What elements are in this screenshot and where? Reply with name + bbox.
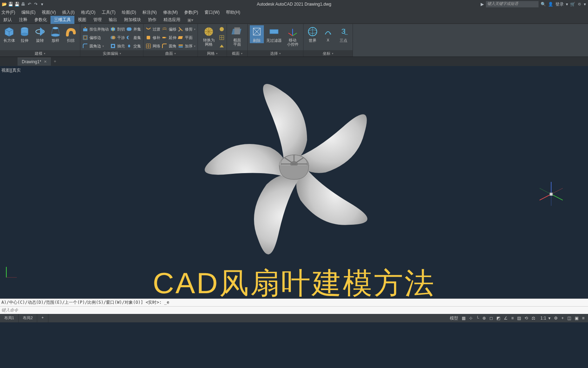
slice-button[interactable]: 剖切 bbox=[110, 25, 125, 33]
tab-manage[interactable]: 管理 bbox=[90, 16, 105, 24]
app-menu-icon[interactable]: ⛭ bbox=[577, 2, 582, 7]
extend-button[interactable]: 延伸 bbox=[162, 34, 176, 41]
viewport[interactable]: 视图][真实 bbox=[0, 66, 588, 298]
panel-title-section[interactable]: 截面 bbox=[227, 50, 247, 57]
login-label[interactable]: 登录 bbox=[555, 1, 564, 7]
status-gear-icon[interactable]: ⚙ bbox=[553, 315, 559, 321]
loft-button[interactable]: 放样 bbox=[48, 25, 62, 43]
search-icon[interactable]: 🔍 bbox=[541, 2, 546, 7]
offsetedge-button[interactable]: 偏移边 bbox=[82, 34, 109, 41]
x-axis-button[interactable]: X bbox=[321, 25, 335, 42]
extrude-button[interactable]: 拉伸 bbox=[18, 25, 32, 43]
trim-button[interactable]: 修剪▾ bbox=[178, 25, 195, 33]
movegizmo-button[interactable]: 移动 小控件 bbox=[284, 25, 301, 46]
search-input[interactable]: 键入关键字或短语 bbox=[486, 1, 539, 7]
tab-parametric[interactable]: 参数化 bbox=[31, 16, 51, 24]
tab-express[interactable]: 精选应用 bbox=[160, 16, 184, 24]
tab-view[interactable]: 视图 bbox=[74, 16, 90, 24]
shell-button[interactable]: 抽壳 bbox=[110, 42, 125, 50]
user-icon[interactable]: 👤 bbox=[548, 2, 553, 7]
status-polar-icon[interactable]: ⊕ bbox=[481, 315, 487, 321]
undo-icon[interactable]: ↶ bbox=[27, 1, 32, 7]
menu-edit[interactable]: 编辑(E) bbox=[21, 9, 35, 15]
menu-parametric[interactable]: 参数(P) bbox=[184, 9, 198, 15]
status-osnap-icon[interactable]: ◻ bbox=[488, 315, 494, 321]
menu-file[interactable]: 文件(F) bbox=[1, 9, 15, 15]
box-button[interactable]: 长方体 bbox=[2, 25, 16, 43]
cart-icon[interactable]: 🛒 bbox=[570, 2, 575, 7]
status-transparency-icon[interactable]: ▤ bbox=[516, 315, 522, 321]
surfoffset-button[interactable]: 偏移 bbox=[162, 25, 176, 33]
status-3dosnap-icon[interactable]: ◩ bbox=[495, 315, 502, 321]
tab-default[interactable]: 默认 bbox=[0, 16, 15, 24]
tab-more-icon[interactable]: ▣▾ bbox=[184, 17, 197, 24]
command-input[interactable]: 键入命令 bbox=[0, 306, 588, 314]
login-dropdown-icon[interactable]: ▾ bbox=[566, 2, 568, 7]
status-iso-icon[interactable]: ◫ bbox=[566, 315, 573, 321]
viewport-label[interactable]: 视图][真实 bbox=[1, 67, 21, 73]
menu-insert[interactable]: 插入(I) bbox=[62, 9, 74, 15]
redo-icon[interactable]: ↷ bbox=[33, 1, 39, 7]
panel-title-mesh[interactable]: 网格 bbox=[198, 50, 227, 57]
layout-tab-1[interactable]: 布局1 bbox=[0, 314, 19, 322]
menu-draw[interactable]: 绘图(D) bbox=[122, 9, 136, 15]
surffillet-button[interactable]: 圆角 bbox=[162, 42, 176, 50]
qat-dropdown-icon[interactable]: ▾ bbox=[39, 1, 45, 7]
tab-collaborate[interactable]: 协作 bbox=[145, 16, 160, 24]
world-button[interactable]: 世界 bbox=[306, 25, 320, 43]
status-customize-icon[interactable]: ≡ bbox=[581, 315, 586, 321]
menu-view[interactable]: 视图(V) bbox=[42, 9, 56, 15]
new-tab-button[interactable]: + bbox=[51, 59, 59, 64]
open-icon[interactable]: 📂 bbox=[1, 1, 7, 7]
menu-modify[interactable]: 修改(M) bbox=[163, 9, 178, 15]
layout-add-button[interactable]: + bbox=[37, 314, 48, 322]
panel-title-coord[interactable]: 坐标 bbox=[303, 50, 353, 57]
planar-button[interactable]: 平面 bbox=[178, 34, 195, 41]
file-tab-drawing1[interactable]: Drawing1*✕ bbox=[18, 58, 51, 66]
mesh-refine-button[interactable] bbox=[219, 34, 225, 41]
panel-title-model[interactable]: 建模 bbox=[0, 50, 80, 57]
sweep-button[interactable]: 扫掠 bbox=[64, 25, 78, 43]
tab-3dtools[interactable]: 三维工具 bbox=[51, 16, 74, 24]
sectionplane-button[interactable]: 截面 平面 bbox=[229, 25, 245, 46]
layout-tab-2[interactable]: 布局2 bbox=[19, 314, 37, 322]
filletedge-button[interactable]: 圆角边▾ bbox=[82, 42, 109, 50]
intersect-button[interactable]: 交集 bbox=[126, 42, 141, 50]
status-cycling-icon[interactable]: ⟲ bbox=[523, 315, 529, 321]
panel-title-select[interactable]: 选择 bbox=[248, 50, 303, 57]
tab-annotate[interactable]: 注释 bbox=[15, 16, 31, 24]
status-lwt-icon[interactable]: ≡ bbox=[510, 315, 515, 321]
status-snap-icon[interactable]: ⊹ bbox=[468, 315, 474, 321]
status-model[interactable]: 模型 bbox=[448, 315, 460, 322]
presspull-button[interactable]: 按住并拖动 bbox=[82, 25, 109, 33]
tab-output[interactable]: 输出 bbox=[105, 16, 121, 24]
panel-title-solidedit[interactable]: 实体编辑 bbox=[80, 50, 143, 57]
menu-help[interactable]: 帮助(H) bbox=[226, 9, 240, 15]
plot-icon[interactable]: 🖶 bbox=[20, 1, 26, 7]
menu-window[interactable]: 窗口(W) bbox=[205, 9, 220, 15]
subtract-button[interactable]: 差集 bbox=[126, 34, 141, 41]
tab-addins[interactable]: 附加模块 bbox=[121, 16, 145, 24]
panel-title-surface[interactable]: 曲面 bbox=[143, 50, 198, 57]
status-scale[interactable]: 1:1▾ bbox=[537, 314, 552, 322]
status-ortho-icon[interactable]: └ bbox=[475, 315, 481, 321]
status-grid-icon[interactable]: ▦ bbox=[460, 315, 467, 321]
nofilter-button[interactable]: 无过滤器 bbox=[265, 25, 283, 43]
menu-dimension[interactable]: 标注(N) bbox=[142, 9, 157, 15]
interfere-button[interactable]: 干涉 bbox=[110, 34, 125, 41]
close-tab-icon[interactable]: ✕ bbox=[44, 60, 47, 64]
mesh-smooth-button[interactable] bbox=[219, 25, 225, 33]
union-button[interactable]: 并集 bbox=[126, 25, 141, 33]
help-dropdown-icon[interactable]: ▾ bbox=[584, 2, 586, 7]
status-otrack-icon[interactable]: ∠ bbox=[502, 315, 509, 321]
view-gizmo[interactable] bbox=[535, 178, 567, 210]
menu-tools[interactable]: 工具(T) bbox=[102, 9, 115, 15]
mesh-crease-button[interactable] bbox=[219, 42, 225, 50]
revolve-button[interactable]: 旋转 bbox=[33, 25, 47, 43]
convertmesh-button[interactable]: 转换为 网格 bbox=[200, 25, 218, 46]
saveas-icon[interactable]: 💾 bbox=[14, 1, 20, 7]
status-plus-icon[interactable]: + bbox=[560, 315, 565, 321]
status-annoscale-icon[interactable]: ⚖ bbox=[530, 315, 537, 321]
threepoint-button[interactable]: 3三点 bbox=[336, 25, 350, 43]
network-button[interactable]: 网络 bbox=[146, 42, 160, 50]
